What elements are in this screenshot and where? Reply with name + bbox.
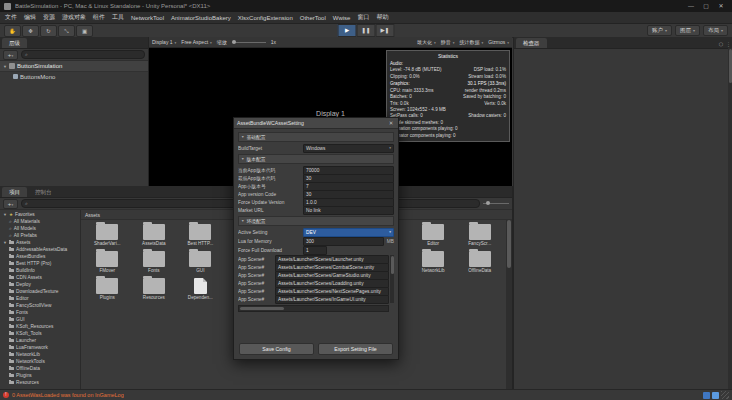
create-button[interactable]: + [3, 50, 18, 60]
force-download-input[interactable]: 1 [303, 246, 327, 255]
tree-folder-item[interactable]: BuildInfo [0, 267, 80, 274]
tree-folder-item[interactable]: Resources [0, 379, 80, 386]
favorite-item[interactable]: ⌕ All Prefabs [0, 232, 80, 239]
foldout-arrow-icon[interactable]: ▼ [3, 212, 7, 217]
menu-item[interactable]: XlsxConfigExtension [238, 15, 293, 21]
tree-folder-item[interactable]: NetworkTools [0, 358, 80, 365]
scene-list-scrollbar[interactable] [390, 255, 394, 303]
gameview-toggle-button[interactable]: 统计数据 [460, 39, 484, 45]
tree-folder-item[interactable]: AddressableAssetsData [0, 246, 80, 253]
hierarchy-search-input[interactable]: ⌕ [21, 50, 145, 59]
create-asset-button[interactable]: + [3, 199, 18, 209]
scale-slider[interactable] [232, 42, 266, 43]
menu-item[interactable]: AnimatorStudioBakery [171, 15, 231, 21]
menu-item[interactable]: Wwise [333, 15, 351, 21]
scene-path-input[interactable]: Assets/Launcher/Scenes/InGameUI.unity [275, 295, 389, 304]
asset-item[interactable]: AssetsData [132, 224, 177, 246]
asset-item[interactable]: OfflineData [457, 251, 502, 273]
gameview-toggle-button[interactable]: 静音 [441, 39, 455, 45]
transform-tool-button[interactable]: ▣ [76, 25, 93, 37]
tab-console[interactable]: 控制台 [28, 187, 59, 197]
hierarchy-item[interactable]: ButtonsMono [0, 72, 148, 81]
tree-folder-item[interactable]: NetworkLib [0, 351, 80, 358]
close-icon[interactable]: ✕ [387, 120, 395, 126]
menu-item[interactable]: 工具 [112, 13, 124, 22]
transform-tool-button[interactable]: ⤡ [58, 25, 75, 37]
foldout-arrow-icon[interactable]: ▼ [3, 240, 7, 245]
assets-root[interactable]: ▼ Assets [0, 239, 80, 246]
asset-item[interactable]: FMover [85, 251, 130, 273]
asset-item[interactable]: Dependen... [178, 278, 223, 300]
transform-tool-button[interactable]: ✥ [22, 25, 39, 37]
section-version[interactable]: ▼ 版本配置 [238, 154, 394, 164]
collab-icon[interactable] [703, 392, 710, 399]
tree-folder-item[interactable]: DownloadedTexture [0, 288, 80, 295]
transform-tool-button[interactable]: ↻ [40, 25, 57, 37]
activity-icon[interactable] [712, 392, 719, 399]
tree-folder-item[interactable]: GUI [0, 316, 80, 323]
icon-size-slider[interactable] [483, 203, 509, 204]
gameview-toggle-button[interactable]: Gizmos [488, 39, 509, 45]
tree-folder-item[interactable]: Best HTTP (Pro) [0, 260, 80, 267]
asset-item[interactable]: ShaderVari... [85, 224, 130, 246]
resize-grip-icon[interactable] [721, 391, 729, 399]
error-icon[interactable] [3, 392, 9, 398]
menu-item[interactable]: 编辑 [24, 13, 36, 22]
maximize-button[interactable]: ▢ [699, 1, 713, 11]
asset-item[interactable]: GUI [178, 251, 223, 273]
lua-memory-input[interactable]: 300 [303, 237, 384, 246]
tree-folder-item[interactable]: Editor [0, 295, 80, 302]
transform-tool-button[interactable]: ✋ [4, 25, 21, 37]
tree-folder-item[interactable]: Deploy [0, 281, 80, 288]
menu-item[interactable]: 窗口 [357, 13, 369, 22]
asset-item[interactable]: Fonts [132, 251, 177, 273]
asset-item[interactable]: Resources [132, 278, 177, 300]
toolbar-dropdown[interactable]: 账户 [647, 25, 672, 36]
tree-folder-item[interactable]: Launcher [0, 337, 80, 344]
tab-hierarchy[interactable]: 层级 [2, 38, 27, 48]
tree-folder-item[interactable]: OfflineData [0, 365, 80, 372]
foldout-arrow-icon[interactable]: ▼ [3, 64, 7, 69]
toolbar-dropdown[interactable]: 布局 [703, 25, 728, 36]
tree-folder-item[interactable]: Fonts [0, 309, 80, 316]
project-scrollbar[interactable] [506, 219, 512, 390]
section-build[interactable]: ▼ 基础配置 [238, 132, 394, 142]
aspect-dropdown[interactable]: Free Aspect [181, 39, 211, 45]
menu-item[interactable]: NetworkTool [131, 15, 164, 21]
scene-row[interactable]: ▼ ButtonSimulation [0, 61, 148, 72]
minimize-button[interactable]: — [684, 1, 698, 11]
gameview-toggle-button[interactable]: 最大化 [417, 39, 436, 45]
slider-knob-icon[interactable] [486, 201, 490, 205]
menu-item[interactable]: 游戏对象 [62, 13, 86, 22]
build-target-dropdown[interactable]: Windows [303, 144, 394, 153]
section-config[interactable]: ▼ 环境配置 [238, 216, 394, 226]
tree-folder-item[interactable]: KSoft_Tools [0, 330, 80, 337]
asset-item[interactable]: Editor [411, 224, 456, 246]
asset-item[interactable]: Best HTTP... [178, 224, 223, 246]
favorite-item[interactable]: ⌕ All Models [0, 225, 80, 232]
favorites-header[interactable]: ▼ ★ Favorites [0, 211, 80, 218]
step-button[interactable]: ▶❚ [376, 24, 395, 37]
console-status-message[interactable]: 0 AssetWasLoaded was found on InGameLog [12, 392, 124, 398]
horizontal-scrollbar[interactable] [238, 305, 389, 312]
tree-folder-item[interactable]: Plugins [0, 372, 80, 379]
menu-item[interactable]: 资源 [43, 13, 55, 22]
asset-item[interactable]: FancyScr... [457, 224, 502, 246]
tab-project[interactable]: 项目 [2, 187, 27, 197]
field-input[interactable]: No link [303, 206, 394, 215]
tree-folder-item[interactable]: KSoft_Resources [0, 323, 80, 330]
slider-knob-icon[interactable] [232, 40, 236, 44]
tree-folder-item[interactable]: LuaFramework [0, 344, 80, 351]
save-config-button[interactable]: Save Config [239, 343, 314, 355]
play-button[interactable]: ▶ [338, 24, 357, 37]
tree-folder-item[interactable]: AssetBundles [0, 253, 80, 260]
tree-folder-item[interactable]: CDN Assets [0, 274, 80, 281]
active-setting-dropdown[interactable]: DEV [303, 228, 394, 237]
lock-icon[interactable]: ⬡ [719, 41, 723, 47]
asset-item[interactable]: NetworkLib [411, 251, 456, 273]
menu-item[interactable]: OtherTool [300, 15, 326, 21]
inspector-scrollbar[interactable] [728, 48, 732, 390]
menu-item[interactable]: 帮助 [376, 13, 388, 22]
tab-inspector[interactable]: 检查器 [516, 38, 547, 48]
export-setting-button[interactable]: Export Setting File [318, 343, 393, 355]
